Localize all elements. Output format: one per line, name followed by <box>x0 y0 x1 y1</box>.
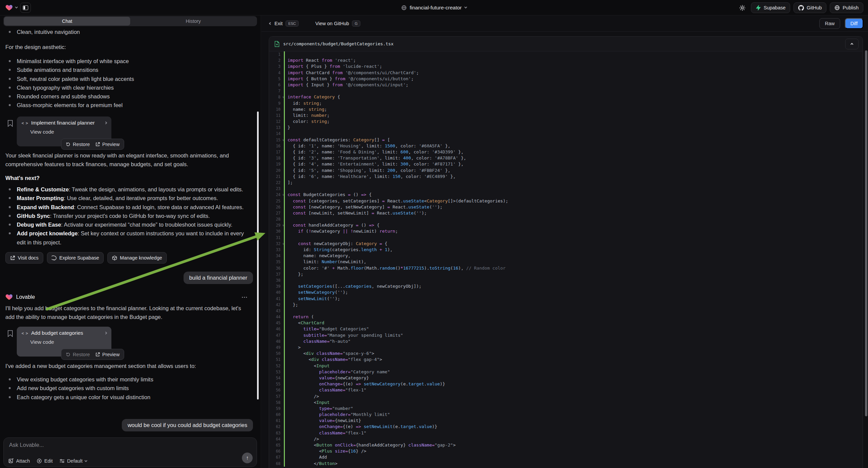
restore-icon <box>66 142 70 147</box>
version-card-title: Implement financial planner <box>31 120 101 126</box>
code-line: 27 const [newLimit, setNewLimit] = React… <box>269 210 863 216</box>
file-header[interactable]: src/components/budget/BudgetCategories.t… <box>269 37 863 51</box>
code-line: 62 onChange={(e) => setNewLimit(e.target… <box>269 424 863 430</box>
list-item: Rounded corners and subtle shadows <box>5 92 249 101</box>
esc-key-badge: ESC <box>285 21 299 27</box>
code-line: 41 setNewLimit(''); <box>269 296 863 302</box>
line-number: 38 <box>269 277 284 283</box>
lovable-logo-icon[interactable] <box>5 4 13 11</box>
code-line: 49 > <box>269 345 863 351</box>
line-number: 47 <box>269 332 284 339</box>
more-options-icon[interactable] <box>242 297 247 298</box>
design-intro: For the design aesthetic: <box>5 42 249 51</box>
line-number: 25 <box>269 198 284 204</box>
project-switcher[interactable]: financial-future-creator <box>401 5 467 11</box>
line-number: 30 <box>269 228 284 234</box>
edit-button[interactable]: Edit <box>37 458 53 464</box>
file-card: src/components/budget/BudgetCategories.t… <box>269 36 863 468</box>
code-line: 38 <box>269 277 863 283</box>
publish-button[interactable]: Publish <box>830 2 863 13</box>
line-number: 4 <box>269 70 284 76</box>
chevron-right-icon <box>104 332 107 334</box>
line-number: 15∨ <box>269 137 284 143</box>
attach-button[interactable]: Attach <box>8 458 30 464</box>
code-icon <box>22 330 28 336</box>
code-editor[interactable]: 1 2import React from 'react';3import { P… <box>269 51 863 468</box>
fold-chevron-icon[interactable]: ∨ <box>282 241 284 247</box>
bullet-dot <box>9 387 11 389</box>
fold-chevron-icon[interactable]: ∨ <box>282 94 284 100</box>
line-number: 50 <box>269 351 284 356</box>
bookmark-icon[interactable] <box>7 330 13 337</box>
line-number: 27 <box>269 210 284 216</box>
fold-chevron-icon[interactable]: ∨ <box>282 222 284 228</box>
bullet-dot <box>9 188 11 191</box>
list-item: Glass-morphic elements for a premium fee… <box>5 101 249 110</box>
code-line: 24∨const BudgetCategories = () => { <box>269 192 863 198</box>
project-name: financial-future-creator <box>410 5 462 11</box>
line-number: 8∨ <box>269 94 284 100</box>
restore-button[interactable]: Restore <box>66 142 90 147</box>
line-number: 52 <box>269 363 284 369</box>
whats-next-heading: What's next? <box>5 174 249 182</box>
list-item: GitHub Sync: Transfer your project's cod… <box>5 211 249 220</box>
exit-button[interactable]: Exit ESC <box>270 21 299 27</box>
file-added-icon <box>275 41 279 47</box>
fold-chevron-icon[interactable]: ∨ <box>282 137 284 143</box>
tab-chat[interactable]: Chat <box>4 17 130 26</box>
preview-button[interactable]: Preview <box>95 142 120 147</box>
line-number: 35 <box>269 259 284 265</box>
bullet-dot <box>9 69 11 71</box>
line-number: 45 <box>269 320 284 326</box>
bullet-dot <box>9 104 11 106</box>
collapse-file-button[interactable] <box>845 39 859 49</box>
restore-button[interactable]: Restore <box>66 352 90 357</box>
github-label: GitHub <box>807 5 822 10</box>
github-button[interactable]: GitHub <box>794 2 827 13</box>
line-number: 60 <box>269 412 284 418</box>
scrollback-bullet: Clean, intuitive navigation <box>5 28 249 36</box>
line-number: 66 <box>269 448 284 454</box>
target-icon <box>37 458 42 464</box>
view-on-github-button[interactable]: View on GitHub G <box>315 21 360 27</box>
file-path: src/components/budget/BudgetCategories.t… <box>283 41 394 46</box>
chat-scrollbar[interactable] <box>257 112 259 400</box>
diff-toggle-button[interactable]: Diff <box>845 18 864 29</box>
list-item: Master Prompting: Use clear, detailed, a… <box>5 194 249 202</box>
preview-button[interactable]: Preview <box>95 352 120 357</box>
line-number: 17 <box>269 149 284 155</box>
tab-history[interactable]: History <box>130 17 256 26</box>
supabase-button[interactable]: Supabase <box>751 2 790 13</box>
line-number: 14 <box>269 130 284 137</box>
visit-docs-button[interactable]: Visit docs <box>5 252 43 264</box>
code-line: 36 color: '#' + Math.floor(Math.random()… <box>269 265 863 271</box>
chat-history-tabs: Chat History <box>3 16 257 26</box>
line-number: 37 <box>269 271 284 277</box>
bullet-dot <box>9 197 11 199</box>
view-code-link[interactable]: View code <box>30 129 107 135</box>
box-icon <box>112 256 117 261</box>
mode-selector[interactable]: Default <box>59 458 87 464</box>
chat-input[interactable] <box>9 442 210 448</box>
fold-chevron-icon[interactable]: ∨ <box>282 192 284 198</box>
explore-supabase-button[interactable]: Explore Supabase <box>47 252 104 264</box>
code-scrollbar[interactable] <box>865 50 867 416</box>
bookmark-icon[interactable] <box>7 120 13 127</box>
whats-next-bullets: Refine & Customize: Tweak the design, an… <box>5 185 249 247</box>
attach-image-icon <box>8 458 14 464</box>
code-line: 50 <div className="space-y-6"> <box>269 351 863 356</box>
toggle-sidebar-button[interactable] <box>20 3 31 13</box>
code-line: 29∨ const handleAddCategory = () => { <box>269 222 863 228</box>
code-line: 45 <ChartCard <box>269 320 863 326</box>
sliders-icon <box>59 458 65 464</box>
view-code-link[interactable]: View code <box>30 339 107 345</box>
raw-toggle-button[interactable]: Raw <box>819 18 840 29</box>
code-line: 57 /> <box>269 393 863 400</box>
logo-chevron-down-icon[interactable] <box>15 6 18 8</box>
code-line: 59 type="number" <box>269 406 863 412</box>
send-button[interactable]: ↑ <box>242 452 253 463</box>
manage-knowledge-button[interactable]: Manage knowledge <box>107 252 167 264</box>
bullet-dot <box>9 31 11 33</box>
line-number: 7 <box>269 88 284 94</box>
settings-button[interactable] <box>738 3 748 13</box>
